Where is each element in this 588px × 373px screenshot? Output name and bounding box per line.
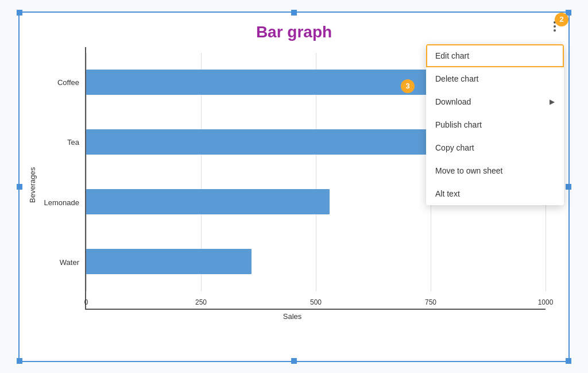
context-menu-item-move-to-own-sheet[interactable]: Move to own sheet	[426, 159, 564, 182]
x-tick-label: 0	[84, 298, 88, 306]
bar	[86, 249, 252, 274]
y-label: Tea	[67, 138, 79, 147]
menu-item-label: Delete chart	[435, 74, 478, 83]
handle-br[interactable]	[566, 358, 571, 364]
bar-row	[86, 244, 546, 279]
context-menu-item-publish-chart[interactable]: Publish chart	[426, 113, 564, 136]
x-axis-labels: 02505007501000	[86, 293, 546, 309]
menu-item-label: Edit chart	[435, 51, 469, 60]
chart-container: 2 3 Bar graph Beverages CoffeeTeaLemonad…	[18, 11, 570, 362]
context-menu-item-edit-chart[interactable]: Edit chart	[426, 44, 564, 67]
chart-title: Bar graph	[20, 13, 568, 47]
context-menu-item-delete-chart[interactable]: Delete chart	[426, 67, 564, 90]
x-tick-label: 250	[195, 298, 207, 306]
badge-3: 3	[401, 79, 415, 93]
handle-bc[interactable]	[291, 358, 297, 364]
y-labels: CoffeeTeaLemonadeWater	[39, 47, 85, 310]
handle-ml[interactable]	[17, 184, 22, 190]
chevron-right-icon: ▶	[550, 98, 555, 106]
x-axis-title: Sales	[39, 310, 546, 323]
bar	[86, 189, 330, 214]
handle-tc[interactable]	[291, 10, 297, 16]
x-tick-label: 750	[425, 298, 436, 306]
context-menu-item-alt-text[interactable]: Alt text	[426, 182, 564, 205]
handle-bl[interactable]	[17, 358, 22, 364]
y-axis-label: Beverages	[25, 47, 39, 323]
menu-item-label: Move to own sheet	[435, 166, 503, 175]
context-menu: Edit chartDelete chartDownload▶Publish c…	[426, 44, 564, 205]
menu-item-label: Download	[435, 97, 471, 106]
handle-tl[interactable]	[17, 10, 22, 16]
x-tick-label: 1000	[538, 298, 554, 306]
y-label: Coffee	[57, 78, 79, 87]
context-menu-item-copy-chart[interactable]: Copy chart	[426, 136, 564, 159]
context-menu-item-download[interactable]: Download▶	[426, 90, 564, 113]
menu-item-label: Alt text	[435, 189, 460, 198]
menu-item-label: Publish chart	[435, 120, 482, 129]
y-label: Lemonade	[44, 198, 79, 207]
badge-2: 2	[555, 13, 568, 26]
y-label: Water	[60, 258, 79, 267]
x-tick-label: 500	[310, 298, 322, 306]
handle-mr[interactable]	[566, 184, 571, 190]
menu-item-label: Copy chart	[435, 143, 474, 152]
